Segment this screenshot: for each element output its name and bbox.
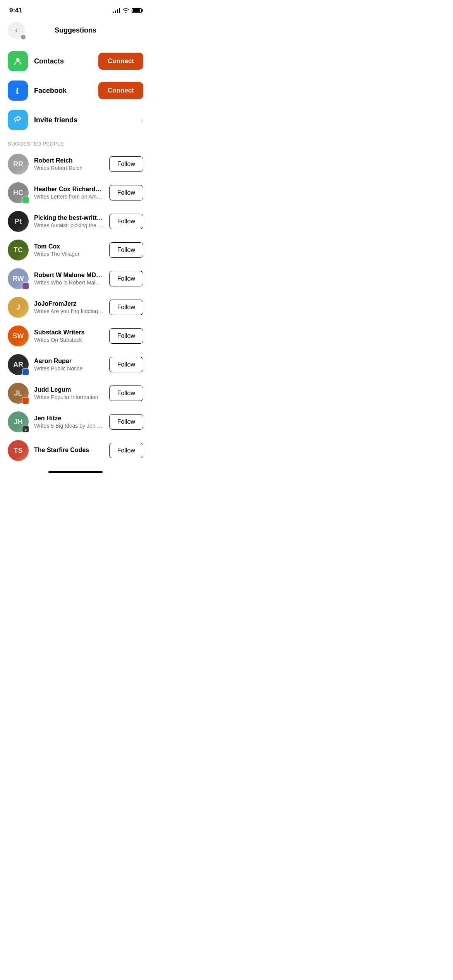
person-info: Robert ReichWrites Robert Reich xyxy=(34,157,104,171)
person-name: Tom Cox xyxy=(34,243,104,250)
person-name: Picking the best-written books xyxy=(34,214,104,221)
suggested-header: SUGGESTED PEOPLE xyxy=(0,135,151,150)
person-name: The Starfire Codes xyxy=(34,447,104,454)
avatar: Pt xyxy=(8,211,29,232)
person-item: RWRobert W Malone MD, MSWrites Who is Ro… xyxy=(0,264,151,293)
person-subtitle: Writes Are you f'ng kidding me? xyxy=(34,308,104,314)
person-name: Heather Cox Richardson xyxy=(34,186,104,193)
person-subtitle: Writes Popular Information xyxy=(34,394,104,400)
back-button[interactable]: ‹ xyxy=(8,22,25,39)
svg-text:f: f xyxy=(16,86,19,96)
avatar: TS xyxy=(8,440,29,461)
person-subtitle: Writes The Villager xyxy=(34,251,104,257)
avatar: SW xyxy=(8,326,29,346)
facebook-connect-button[interactable]: Connect xyxy=(98,82,143,99)
avatar: JL xyxy=(8,383,29,404)
person-item: JH5Jen HitzeWrites 5 Big Ideas by Jen Hi… xyxy=(0,408,151,436)
follow-button[interactable]: Follow xyxy=(109,300,143,315)
wifi-icon xyxy=(122,8,129,13)
person-item: JJoJoFromJerzWrites Are you f'ng kidding… xyxy=(0,293,151,322)
person-subtitle: Writes Robert Reich xyxy=(34,165,104,171)
avatar: TC xyxy=(8,240,29,260)
person-item: RRRobert ReichWrites Robert ReichFollow xyxy=(0,150,151,178)
follow-button[interactable]: Follow xyxy=(109,357,143,372)
battery-icon xyxy=(132,8,142,13)
home-indicator xyxy=(0,468,151,475)
avatar: RR xyxy=(8,154,29,175)
follow-button[interactable]: Follow xyxy=(109,328,143,344)
signal-icon xyxy=(113,8,120,13)
follow-button[interactable]: Follow xyxy=(109,414,143,430)
contacts-section: Contacts Connect xyxy=(0,46,151,76)
person-name: Jen Hitze xyxy=(34,415,104,422)
person-subtitle: Writes Auraist: picking the best... xyxy=(34,222,104,228)
person-item: ARAaron RuparWrites Public NoticeFollow xyxy=(0,350,151,379)
person-info: JoJoFromJerzWrites Are you f'ng kidding … xyxy=(34,300,104,314)
person-subtitle: Writes Public Notice xyxy=(34,365,104,372)
avatar-badge xyxy=(22,283,29,290)
follow-button[interactable]: Follow xyxy=(109,385,143,401)
avatar: J xyxy=(8,297,29,318)
avatar-badge xyxy=(22,397,29,404)
person-item: PtPicking the best-written booksWrites A… xyxy=(0,207,151,236)
avatar-badge xyxy=(22,197,29,204)
home-bar xyxy=(48,471,103,473)
avatar: RW xyxy=(8,268,29,289)
page-title: Suggestions xyxy=(55,26,96,34)
person-info: Picking the best-written booksWrites Aur… xyxy=(34,214,104,228)
status-time: 9:41 xyxy=(9,7,22,14)
person-subtitle: Writes Who is Robert Malone xyxy=(34,279,104,286)
avatar: AR xyxy=(8,354,29,375)
chevron-right-icon: › xyxy=(141,116,143,125)
person-info: Aaron RuparWrites Public Notice xyxy=(34,358,104,372)
people-list: RRRobert ReichWrites Robert ReichFollowH… xyxy=(0,150,151,465)
person-name: Substack Writers xyxy=(34,329,104,336)
person-info: Substack WritersWrites On Substack xyxy=(34,329,104,343)
status-bar: 9:41 xyxy=(0,0,151,19)
person-info: Jen HitzeWrites 5 Big Ideas by Jen Hitze xyxy=(34,415,104,429)
person-item: HCHeather Cox RichardsonWrites Letters f… xyxy=(0,178,151,207)
person-subtitle: Writes 5 Big Ideas by Jen Hitze xyxy=(34,423,104,429)
avatar-badge xyxy=(22,368,29,375)
person-item: JLJudd LegumWrites Popular InformationFo… xyxy=(0,379,151,408)
svg-point-0 xyxy=(16,58,20,62)
nav-bar: ‹ Suggestions xyxy=(0,19,151,43)
person-subtitle: Writes On Substack xyxy=(34,337,104,343)
follow-button[interactable]: Follow xyxy=(109,271,143,286)
person-item: TSThe Starfire CodesFollow xyxy=(0,436,151,465)
person-info: Tom CoxWrites The Villager xyxy=(34,243,104,257)
avatar-badge: 5 xyxy=(22,426,29,433)
facebook-icon: f xyxy=(8,81,28,101)
invite-icon xyxy=(8,110,28,130)
facebook-section: f Facebook Connect xyxy=(0,76,151,105)
avatar: HC xyxy=(8,182,29,203)
person-name: Robert Reich xyxy=(34,157,104,164)
person-name: Robert W Malone MD, MS xyxy=(34,272,104,279)
person-name: Aaron Rupar xyxy=(34,358,104,365)
status-icons xyxy=(113,8,142,13)
person-item: SWSubstack WritersWrites On SubstackFoll… xyxy=(0,322,151,350)
facebook-label: Facebook xyxy=(34,87,92,95)
follow-button[interactable]: Follow xyxy=(109,185,143,200)
follow-button[interactable]: Follow xyxy=(109,242,143,258)
invite-section[interactable]: Invite friends › xyxy=(0,105,151,135)
follow-button[interactable]: Follow xyxy=(109,156,143,172)
person-info: The Starfire Codes xyxy=(34,447,104,454)
follow-button[interactable]: Follow xyxy=(109,214,143,229)
invite-label: Invite friends xyxy=(34,116,134,124)
nav-dot xyxy=(21,35,26,39)
follow-button[interactable]: Follow xyxy=(109,443,143,458)
chevron-left-icon: ‹ xyxy=(15,27,17,34)
person-name: JoJoFromJerz xyxy=(34,300,104,307)
person-item: TCTom CoxWrites The VillagerFollow xyxy=(0,236,151,264)
person-name: Judd Legum xyxy=(34,386,104,393)
contacts-icon xyxy=(8,51,28,71)
person-subtitle: Writes Letters from an American xyxy=(34,194,104,200)
person-info: Judd LegumWrites Popular Information xyxy=(34,386,104,400)
person-info: Heather Cox RichardsonWrites Letters fro… xyxy=(34,186,104,200)
avatar: JH5 xyxy=(8,411,29,432)
content-area: Contacts Connect f Facebook Connect Invi… xyxy=(0,43,151,468)
person-info: Robert W Malone MD, MSWrites Who is Robe… xyxy=(34,272,104,286)
contacts-label: Contacts xyxy=(34,57,92,65)
contacts-connect-button[interactable]: Connect xyxy=(98,53,143,70)
